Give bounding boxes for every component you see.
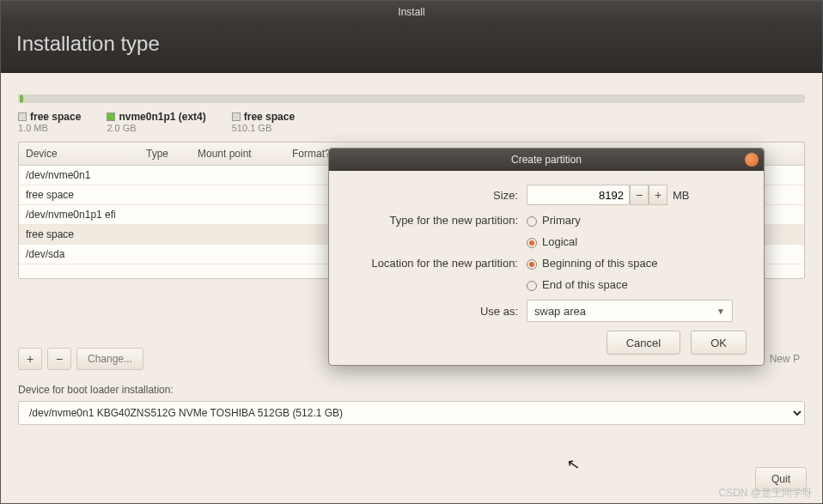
ok-button[interactable]: OK bbox=[691, 331, 747, 355]
add-partition-button[interactable]: + bbox=[18, 348, 42, 370]
partition-type-label: Type for the new partition: bbox=[346, 214, 527, 227]
legend-sub: 510.1 GB bbox=[232, 123, 295, 133]
watermark: CSDN @是王同学呀 bbox=[718, 486, 813, 501]
dialog-body: Size: − + MB Type for the new partition:… bbox=[329, 171, 764, 365]
radio-label: End of this space bbox=[542, 278, 628, 291]
radio-icon bbox=[527, 281, 537, 291]
legend-label: free space bbox=[30, 111, 81, 123]
radio-label: Beginning of this space bbox=[542, 257, 657, 270]
disk-legend: free space 1.0 MB nvme0n1p1 (ext4) 2.0 G… bbox=[18, 111, 805, 133]
size-increment-button[interactable]: + bbox=[649, 185, 668, 205]
legend-sub: 2.0 GB bbox=[107, 123, 205, 133]
radio-icon bbox=[527, 238, 537, 248]
col-mount[interactable]: Mount point bbox=[198, 148, 292, 160]
useas-label: Use as: bbox=[346, 305, 527, 318]
cell-device: /dev/nvme0n1p1 efi bbox=[26, 209, 116, 221]
cell-device: /dev/nvme0n1 bbox=[26, 169, 90, 181]
radio-icon bbox=[527, 216, 537, 227]
legend-item[interactable]: free space 1.0 MB bbox=[18, 111, 81, 133]
cell-device: free space bbox=[26, 228, 74, 240]
disk-usage-bar bbox=[18, 90, 805, 107]
swatch-icon bbox=[232, 112, 241, 121]
col-device[interactable]: Device bbox=[26, 148, 146, 160]
dialog-titlebar[interactable]: Create partition bbox=[329, 149, 764, 171]
boot-loader-label: Device for boot loader installation: bbox=[18, 384, 805, 396]
size-input[interactable] bbox=[527, 185, 630, 205]
radio-primary[interactable]: Primary bbox=[527, 214, 581, 227]
cell-device: free space bbox=[26, 189, 74, 201]
radio-beginning[interactable]: Beginning of this space bbox=[527, 257, 657, 270]
radio-icon bbox=[527, 259, 537, 270]
col-type[interactable]: Type bbox=[146, 148, 198, 160]
useas-select[interactable]: swap area ▼ bbox=[527, 300, 733, 322]
legend-item[interactable]: nvme0n1p1 (ext4) 2.0 GB bbox=[107, 111, 205, 133]
change-partition-button[interactable]: Change... bbox=[76, 348, 143, 370]
disk-seg-free2 bbox=[23, 94, 805, 103]
legend-item[interactable]: free space 510.1 GB bbox=[232, 111, 295, 133]
dialog-title: Create partition bbox=[511, 154, 582, 166]
chevron-down-icon: ▼ bbox=[716, 307, 725, 316]
create-partition-dialog: Create partition Size: − + MB Type for t… bbox=[328, 148, 765, 366]
window-titlebar: Install bbox=[1, 1, 822, 23]
legend-sub: 1.0 MB bbox=[18, 123, 81, 133]
swatch-icon bbox=[18, 112, 27, 121]
size-label: Size: bbox=[346, 189, 527, 202]
remove-partition-button[interactable]: − bbox=[47, 348, 71, 370]
legend-label: free space bbox=[244, 111, 295, 123]
cell-device: /dev/sda bbox=[26, 248, 64, 260]
new-partition-table-button[interactable]: New P bbox=[770, 353, 800, 365]
radio-logical[interactable]: Logical bbox=[527, 235, 577, 248]
close-icon[interactable] bbox=[745, 153, 759, 167]
page-title: Installation type bbox=[16, 32, 160, 55]
useas-value: swap area bbox=[534, 305, 586, 318]
radio-label: Primary bbox=[542, 214, 581, 227]
swatch-icon bbox=[107, 112, 115, 121]
radio-label: Logical bbox=[542, 235, 577, 248]
page-header: Installation type bbox=[1, 23, 822, 73]
boot-loader-select[interactable]: /dev/nvme0n1 KBG40ZNS512G NVMe TOSHIBA 5… bbox=[18, 401, 805, 425]
size-unit: MB bbox=[673, 189, 690, 202]
radio-end[interactable]: End of this space bbox=[527, 278, 628, 291]
window-title: Install bbox=[398, 6, 424, 18]
legend-label: nvme0n1p1 (ext4) bbox=[119, 111, 205, 123]
location-label: Location for the new partition: bbox=[346, 257, 527, 270]
cancel-button[interactable]: Cancel bbox=[607, 331, 680, 355]
size-decrement-button[interactable]: − bbox=[630, 185, 649, 205]
